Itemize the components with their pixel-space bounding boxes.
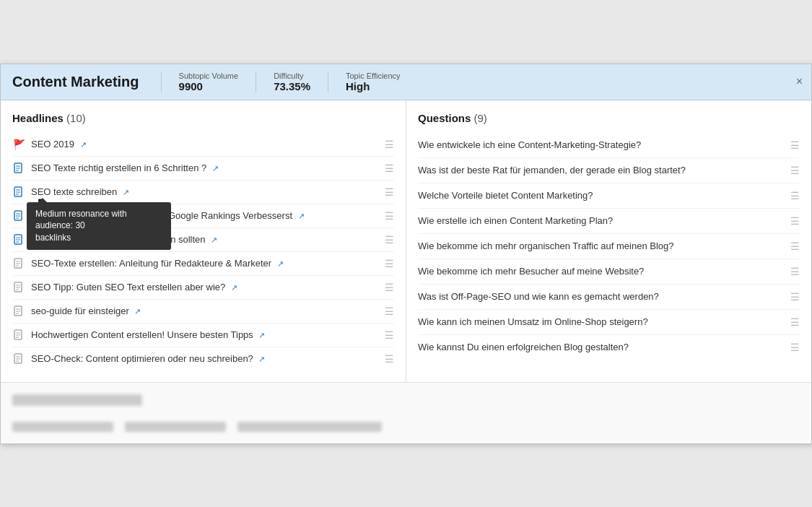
external-link-icon[interactable]: ↗ [298,212,305,220]
blurred-bars-row [12,422,800,432]
menu-icon[interactable]: ☰ [790,165,800,176]
main-content: Headlines (10) 🚩 SEO 2019 ↗ ☰ [1,100,811,383]
doc-icon [12,209,25,222]
stat-topic-efficiency: Topic Efficiency High [328,72,418,92]
question-item: Wie entwickele ich eine Content-Marketin… [418,133,800,158]
menu-icon[interactable]: ☰ [385,162,394,174]
question-text: Wie entwickele ich eine Content-Marketin… [418,139,785,150]
external-link-icon[interactable]: ↗ [134,307,141,316]
blurred-bar-2 [12,422,113,432]
header: Content Marketing Subtopic Volume 9900 D… [1,64,811,100]
questions-panel: Questions (9) Wie entwickele ich eine Co… [406,100,811,382]
question-text: Welche Vorteile bietet Content Marketing… [418,190,785,201]
stat-efficiency-label: Topic Efficiency [346,72,401,80]
blurred-bar-3 [125,422,226,432]
item-text: SEO Texte richtig erstellen in 6 Schritt… [31,162,379,173]
item-text: Hochwertigen Content erstellen! Unsere b… [31,329,379,340]
list-item: SEO Texte richtig erstellen in 6 Schritt… [12,157,394,181]
menu-icon[interactable]: ☰ [790,342,800,353]
headlines-title: Headlines (10) [12,112,394,124]
stat-difficulty: Difficulty 73.35% [256,72,328,92]
question-item: Was ist der beste Rat für jemanden, der … [418,158,800,183]
flag-icon: 🚩 [12,138,25,151]
question-text: Was ist der beste Rat für jemanden, der … [418,165,785,176]
item-text: seo-guide für einsteiger ↗ [31,306,379,316]
item-text: SEO-Check: Content optimieren oder neu s… [31,353,379,364]
list-item: SEO Tipp: Guten SEO Text erstellen aber … [12,276,394,300]
question-text: Wie bekomme ich mehr organischen Traffic… [418,240,785,251]
item-text: SEO 2019 ↗ [31,139,379,150]
external-link-icon[interactable]: ↗ [211,235,217,244]
question-text: Was ist Off-Page-SEO und wie kann es gem… [418,291,785,302]
doc-icon [12,186,25,199]
external-link-icon[interactable]: ↗ [80,140,87,149]
menu-icon[interactable]: ☰ [790,215,800,227]
menu-icon[interactable]: ☰ [385,329,394,341]
list-item: Hochwertigen Content erstellen! Unsere b… [12,324,394,347]
menu-icon[interactable]: ☰ [385,353,394,365]
question-item: Wie kann ich meinen Umsatz im Online-Sho… [418,310,800,335]
tooltip: Medium resonance with audience: 30 backl… [27,202,171,250]
question-text: Wie kannst Du einen erfolgreichen Blog g… [418,342,785,352]
menu-icon[interactable]: ☰ [385,234,394,246]
doc-gray-icon [12,305,25,318]
doc-gray-icon [12,329,25,342]
doc-gray-icon [12,257,25,270]
menu-icon[interactable]: ☰ [790,316,800,328]
stat-difficulty-label: Difficulty [274,72,310,80]
header-stats: Subtopic Volume 9900 Difficulty 73.35% T… [161,72,418,92]
menu-icon[interactable]: ☰ [790,240,800,252]
list-item: seo-guide für einsteiger ↗ ☰ [12,300,394,324]
external-link-icon[interactable]: ↗ [123,188,129,196]
doc-gray-icon [12,281,25,294]
question-text: Wie kann ich meinen Umsatz im Online-Sho… [418,316,785,327]
external-link-icon[interactable]: ↗ [212,164,219,173]
question-item: Was ist Off-Page-SEO und wie kann es gem… [418,285,800,310]
menu-icon[interactable]: ☰ [385,186,394,198]
question-text: Wie erstelle ich einen Content Marketing… [418,215,785,226]
menu-icon[interactable]: ☰ [385,139,394,150]
question-item: Wie erstelle ich einen Content Marketing… [418,209,800,234]
question-item: Welche Vorteile bietet Content Marketing… [418,183,800,209]
list-item: SEO-Check: Content optimieren oder neu s… [12,347,394,370]
external-link-icon[interactable]: ↗ [277,259,284,268]
external-link-icon[interactable]: ↗ [231,283,237,292]
item-text: SEO texte schreiben ↗ [31,186,379,197]
questions-title: Questions (9) [418,112,800,124]
stat-subtopic-volume: Subtopic Volume 9900 [161,72,256,92]
menu-icon[interactable]: ☰ [385,210,394,222]
menu-icon[interactable]: ☰ [790,266,800,277]
doc-gray-icon [12,352,25,365]
blurred-bar-1 [12,394,142,406]
question-text: Wie bekomme ich mehr Besucher auf meine … [418,266,785,277]
stat-difficulty-value: 73.35% [274,80,310,92]
doc-icon [12,233,25,246]
question-item: Wie kannst Du einen erfolgreichen Blog g… [418,335,800,360]
external-link-icon[interactable]: ↗ [258,331,265,339]
item-text: SEO Tipp: Guten SEO Text erstellen aber … [31,282,379,292]
external-link-icon[interactable]: ↗ [258,355,265,363]
question-item: Wie bekomme ich mehr organischen Traffic… [418,234,800,259]
stat-subtopic-value: 9900 [179,80,203,92]
list-item: SEO texte schreiben ↗ ☰ Medium resonance… [12,181,394,204]
page-title: Content Marketing [12,74,139,90]
close-button[interactable]: × [796,76,803,87]
menu-icon[interactable]: ☰ [385,306,394,317]
menu-icon[interactable]: ☰ [790,139,800,151]
main-window: Content Marketing Subtopic Volume 9900 D… [0,64,812,444]
menu-icon[interactable]: ☰ [790,291,800,303]
item-text: SEO-Texte erstellen: Anleitung für Redak… [31,258,379,269]
list-item: SEO-Texte erstellen: Anleitung für Redak… [12,252,394,276]
menu-icon[interactable]: ☰ [385,282,394,293]
list-item: 🚩 SEO 2019 ↗ ☰ [12,133,394,157]
stat-efficiency-value: High [346,80,370,92]
menu-icon[interactable]: ☰ [790,190,800,202]
bottom-section [1,383,811,443]
doc-icon [12,162,25,175]
blurred-bar-4 [237,422,382,432]
headlines-panel: Headlines (10) 🚩 SEO 2019 ↗ ☰ [1,100,406,382]
question-item: Wie bekomme ich mehr Besucher auf meine … [418,259,800,285]
menu-icon[interactable]: ☰ [385,258,394,269]
stat-subtopic-label: Subtopic Volume [179,72,239,80]
